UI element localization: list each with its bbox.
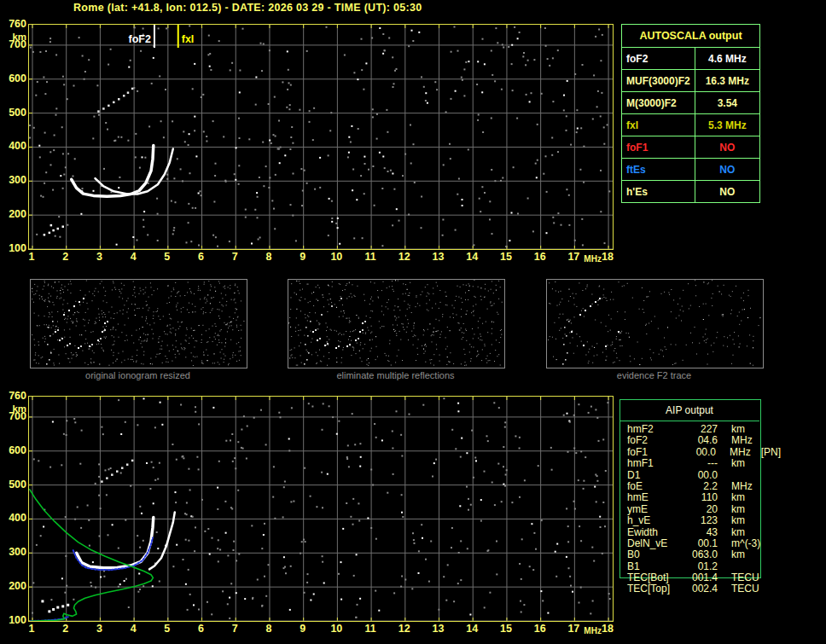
- aip-row: B101.2: [627, 561, 781, 572]
- processing-panel-canvas: [31, 280, 247, 368]
- x-tick-label: 10: [330, 623, 342, 635]
- x-tick-label: 18: [602, 251, 614, 263]
- aip-param-value: 002.4: [680, 583, 718, 595]
- autoscala-row: ftEsNO: [622, 159, 760, 181]
- aip-row: TEC[Bot]001.4TECU: [627, 572, 781, 583]
- bottom-ionogram-y-axis: 760700600500400300200100km: [0, 0, 26, 644]
- aip-param-value: 110: [680, 492, 718, 503]
- aip-param-unit: MHz: [731, 435, 753, 446]
- autoscala-param-label: M(3000)F2: [622, 92, 695, 114]
- y-tick-label: 760: [1, 390, 26, 402]
- top-ionogram-canvas: foF2fxI: [29, 25, 613, 249]
- autoscala-param-value: NO: [695, 159, 759, 181]
- x-tick-label: 5: [164, 251, 170, 263]
- aip-param-unit: m^(-3): [731, 538, 760, 549]
- bottom-ionogram-plot: [28, 396, 614, 622]
- y-tick-label: 400: [1, 512, 26, 524]
- autoscala-param-value: NO: [695, 136, 759, 159]
- aip-param-value: 04.6: [680, 435, 718, 446]
- autoscala-row: fxI5.3 MHz: [622, 114, 760, 136]
- aip-row: ymE20km: [627, 504, 781, 515]
- autoscala-param-label: h'Es: [622, 181, 695, 203]
- aip-row: hmE110km: [627, 492, 781, 503]
- autoscala-output-table: AUTOSCALA outputfoF24.6 MHzMUF(3000)F216…: [621, 24, 760, 203]
- aip-param-value: 00.0: [679, 447, 716, 458]
- aip-param-value: 43: [680, 527, 718, 538]
- aip-param-value: 001.4: [680, 572, 718, 583]
- aip-param-label: DelN_vE: [627, 538, 680, 549]
- aip-param-unit: km: [731, 527, 745, 538]
- aip-row: foF100.0MHz[PN]: [627, 447, 781, 458]
- x-tick-label: 14: [466, 623, 478, 635]
- x-tick-label: 14: [466, 251, 478, 263]
- x-tick-label: 2: [62, 623, 68, 635]
- processing-panel-canvas: [547, 280, 763, 368]
- x-tick-label: 4: [131, 251, 137, 263]
- x-tick-label: 11: [364, 251, 375, 263]
- autoscala-row: foF1NO: [622, 136, 760, 159]
- autoscala-param-value: 16.3 MHz: [695, 70, 759, 92]
- aip-param-label: TEC[Top]: [627, 583, 680, 595]
- x-tick-label: 9: [300, 623, 305, 635]
- autoscala-param-value: 3.54: [695, 92, 759, 114]
- autoscala-param-label: fxI: [622, 114, 695, 136]
- aip-param-value: 063.0: [680, 549, 718, 560]
- aip-row: hmF2227km: [627, 424, 781, 435]
- x-tick-label: 16: [534, 251, 546, 263]
- x-tick-label: 17: [567, 251, 579, 263]
- aip-param-label: D1: [627, 470, 680, 481]
- aip-param-label: hmF2: [627, 424, 680, 435]
- aip-param-label: TEC[Bot]: [627, 572, 680, 583]
- x-tick-label: 7: [232, 251, 238, 263]
- bottom-ionogram-canvas: [29, 397, 613, 621]
- autoscala-table-title: AUTOSCALA output: [622, 25, 760, 48]
- aip-param-label: foE: [627, 481, 680, 492]
- aip-row: DelN_vE00.1m^(-3): [627, 538, 781, 549]
- aip-param-value: 227: [680, 424, 718, 435]
- processing-panel-3: [546, 279, 764, 368]
- aip-param-label: foF1: [627, 447, 679, 458]
- aip-row: foE2.2MHz: [627, 481, 781, 492]
- x-tick-label: 1: [29, 623, 35, 635]
- x-tick-label: 5: [164, 623, 170, 635]
- autoscala-row: M(3000)F23.54: [622, 92, 760, 114]
- aip-param-value: 00.1: [680, 538, 718, 549]
- autoscala-app-window: Rome (lat: +41.8, lon: 012.5) - DATE: 20…: [0, 0, 826, 644]
- autoscala-param-label: foF2: [622, 48, 695, 70]
- x-axis-unit-label: MHz: [584, 626, 602, 635]
- autoscala-row: foF24.6 MHz: [622, 48, 760, 70]
- aip-row: TEC[Top]002.4TECU: [627, 583, 781, 595]
- x-tick-label: 6: [198, 251, 204, 263]
- x-tick-label: 18: [602, 623, 614, 635]
- aip-param-unit: km: [731, 515, 745, 526]
- x-tick-label: 8: [265, 251, 271, 263]
- top-ionogram-plot: foF2fxI: [28, 24, 614, 250]
- aip-row: D100.0: [627, 470, 781, 481]
- x-tick-label: 13: [433, 623, 445, 635]
- aip-param-label: ymE: [627, 504, 680, 515]
- aip-row: foF204.6MHz: [627, 435, 781, 446]
- aip-row: B0063.0km: [627, 549, 781, 560]
- aip-param-unit: MHz: [730, 447, 751, 458]
- fxi-marker-label: fxI: [182, 33, 195, 45]
- autoscala-param-label: MUF(3000)F2: [622, 70, 695, 92]
- autoscala-param-value: 5.3 MHz: [695, 114, 759, 136]
- x-tick-label: 13: [433, 251, 445, 263]
- aip-param-label: hmF1: [627, 458, 680, 469]
- bottom-ionogram-x-axis: 123456789101112131415161718MHz: [28, 623, 625, 636]
- x-tick-label: 10: [330, 251, 342, 263]
- aip-row: hmF1---km: [627, 458, 781, 469]
- aip-param-flag: [PN]: [761, 447, 781, 458]
- aip-param-unit: MHz: [731, 481, 753, 492]
- x-tick-label: 3: [96, 251, 102, 263]
- fof2-marker-label: foF2: [129, 33, 151, 45]
- processing-panel-canvas: [288, 280, 504, 368]
- x-tick-label: 16: [534, 623, 546, 635]
- aip-row: h_vE123km: [627, 515, 781, 526]
- autoscala-row: h'EsNO: [622, 181, 760, 203]
- aip-param-value: 00.0: [680, 470, 718, 481]
- aip-param-value: ---: [680, 458, 718, 469]
- y-tick-label: 500: [1, 479, 26, 490]
- aip-param-value: 2.2: [680, 481, 718, 492]
- aip-param-unit: km: [731, 504, 745, 515]
